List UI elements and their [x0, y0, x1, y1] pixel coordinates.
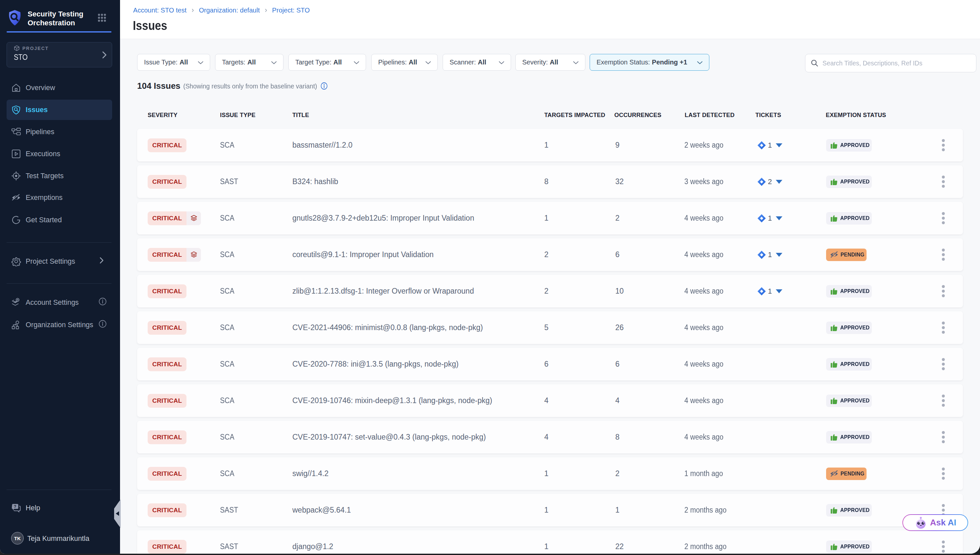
svg-text:?: ?: [14, 504, 16, 509]
